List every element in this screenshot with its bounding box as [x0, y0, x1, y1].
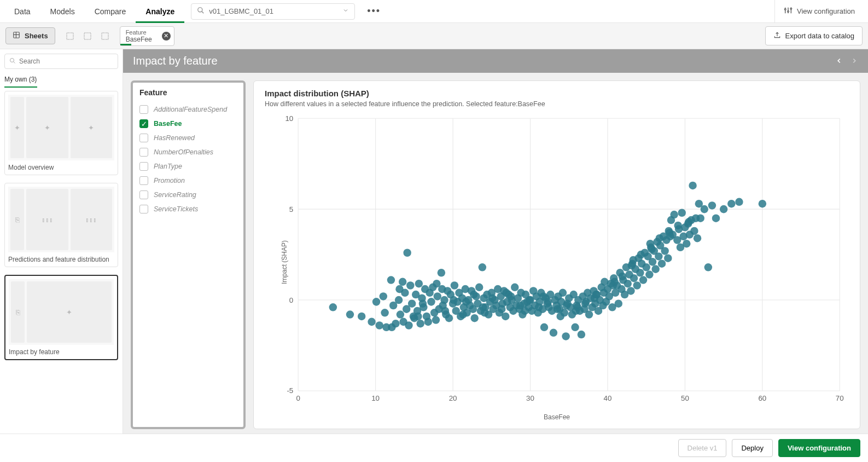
- model-dropdown[interactable]: v01_LGBMC_01_01: [191, 3, 355, 20]
- svg-point-53: [392, 320, 399, 328]
- svg-point-295: [592, 291, 600, 299]
- svg-point-293: [556, 313, 564, 321]
- svg-point-211: [639, 276, 647, 284]
- svg-text:20: 20: [449, 394, 457, 402]
- tab-models[interactable]: Models: [40, 1, 85, 22]
- svg-point-238: [683, 240, 690, 248]
- svg-point-247: [696, 214, 704, 222]
- export-data-button[interactable]: Export data to catalog: [765, 26, 863, 45]
- svg-point-105: [475, 284, 483, 292]
- feature-item[interactable]: AdditionalFeatureSpend: [139, 102, 237, 117]
- svg-point-42: [346, 310, 354, 319]
- checkbox-icon: [139, 205, 148, 213]
- svg-point-297: [629, 256, 637, 264]
- step-back-icon[interactable]: [65, 31, 75, 41]
- feature-item[interactable]: Promotion: [139, 174, 237, 188]
- svg-text:10: 10: [285, 114, 293, 123]
- feature-item[interactable]: ServiceRating: [139, 188, 237, 202]
- svg-point-277: [600, 288, 608, 297]
- canvas-header: Impact by feature: [123, 49, 868, 73]
- svg-point-176: [585, 310, 593, 319]
- sheet-thumb[interactable]: ⎘⫾⫾⫾⫾⫾⫾Predictions and feature distribut…: [4, 183, 118, 267]
- export-icon: [773, 31, 781, 41]
- svg-point-86: [445, 314, 453, 322]
- svg-point-89: [451, 281, 458, 290]
- tab-data[interactable]: Data: [4, 1, 40, 22]
- svg-point-67: [415, 280, 423, 288]
- svg-point-161: [562, 332, 569, 340]
- svg-text:50: 50: [681, 394, 689, 402]
- checkbox-icon: [139, 176, 148, 185]
- sliders-icon: [784, 6, 793, 16]
- sheets-button[interactable]: Sheets: [5, 27, 55, 44]
- svg-point-43: [358, 313, 365, 321]
- svg-point-287: [438, 285, 446, 293]
- svg-point-122: [502, 313, 509, 321]
- canvas-title: Impact by feature: [133, 55, 218, 67]
- clear-selections-icon[interactable]: [100, 31, 110, 41]
- svg-point-291: [521, 307, 528, 315]
- svg-point-261: [450, 296, 457, 304]
- svg-point-258: [419, 299, 427, 308]
- svg-point-50: [387, 276, 395, 284]
- svg-point-256: [395, 285, 403, 293]
- svg-point-290: [502, 288, 510, 297]
- svg-point-147: [540, 324, 548, 332]
- svg-point-60: [403, 249, 411, 257]
- svg-point-75: [427, 298, 435, 306]
- close-icon[interactable]: ✕: [162, 32, 171, 41]
- feature-item[interactable]: PlanType: [139, 159, 237, 174]
- tab-compare[interactable]: Compare: [85, 1, 136, 22]
- svg-point-54: [395, 296, 403, 304]
- view-configuration-top-label: View configuration: [797, 7, 855, 15]
- svg-point-288: [462, 298, 470, 306]
- feature-item[interactable]: NumberOfPenalties: [139, 145, 237, 159]
- svg-text:60: 60: [758, 394, 766, 402]
- svg-text:0: 0: [296, 394, 300, 402]
- svg-point-215: [645, 270, 653, 279]
- sheet-thumb[interactable]: ⎘✦Impact by feature: [4, 275, 118, 360]
- svg-point-56: [399, 278, 406, 286]
- more-menu[interactable]: •••: [362, 5, 386, 17]
- svg-point-275: [581, 299, 589, 308]
- svg-point-195: [615, 299, 622, 308]
- feature-item[interactable]: ServiceTickets: [139, 202, 237, 216]
- view-configuration-top-button[interactable]: View configuration: [774, 0, 864, 23]
- svg-point-249: [704, 263, 712, 272]
- sheets-search-input[interactable]: [19, 57, 113, 65]
- svg-point-205: [630, 274, 638, 282]
- svg-point-252: [720, 205, 727, 213]
- svg-point-128: [511, 284, 519, 292]
- svg-point-203: [627, 287, 634, 295]
- svg-point-235: [678, 209, 686, 217]
- svg-point-296: [610, 278, 618, 286]
- svg-point-45: [372, 298, 380, 306]
- deploy-button[interactable]: Deploy: [732, 439, 772, 457]
- svg-text:10: 10: [371, 394, 380, 402]
- view-configuration-button[interactable]: View configuration: [778, 439, 860, 457]
- svg-point-262: [459, 310, 467, 319]
- selection-chip-value: BaseFee: [126, 36, 158, 43]
- svg-point-269: [526, 296, 533, 304]
- svg-point-167: [571, 324, 579, 332]
- scatter-plot[interactable]: Impact (SHAP) -50510010203040506070: [265, 112, 849, 412]
- svg-point-253: [727, 200, 735, 208]
- feature-panel-title: Feature: [139, 88, 237, 97]
- svg-line-1: [202, 11, 204, 14]
- sheet-thumb[interactable]: ✦✦✦Model overview: [4, 91, 118, 175]
- chart-panel: Impact distribution (SHAP) How different…: [253, 80, 860, 429]
- svg-point-46: [375, 321, 383, 330]
- prev-sheet-button[interactable]: [835, 55, 843, 67]
- topnav: DataModelsCompareAnalyze: [4, 1, 184, 22]
- tab-analyze[interactable]: Analyze: [136, 1, 184, 22]
- step-forward-icon[interactable]: [83, 31, 92, 41]
- feature-item[interactable]: ✓BaseFee: [139, 117, 237, 131]
- selection-chip-feature[interactable]: Feature BaseFee ✕: [120, 26, 174, 46]
- feature-item[interactable]: HasRenewed: [139, 131, 237, 145]
- sheets-search[interactable]: [4, 54, 118, 69]
- chart-subtitle: How different values in a selected featu…: [265, 100, 849, 108]
- next-sheet-button[interactable]: [850, 55, 858, 67]
- svg-point-159: [559, 288, 567, 297]
- svg-point-245: [694, 234, 701, 242]
- svg-point-219: [651, 265, 659, 273]
